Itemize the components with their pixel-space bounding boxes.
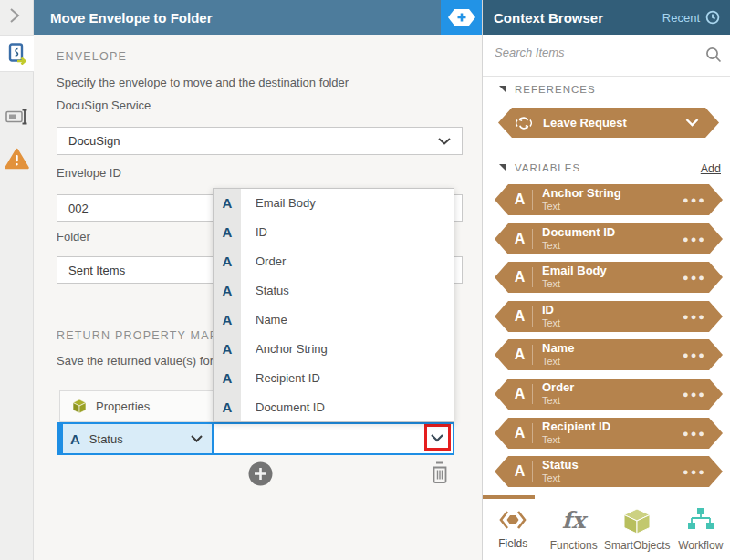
sidebar-item-textfield[interactable]	[0, 108, 34, 126]
text-type-icon: A	[214, 254, 241, 269]
variable-chip[interactable]: A StatusText ●●●	[495, 456, 723, 487]
tab-smartobjects[interactable]: SmartObjects	[604, 502, 671, 560]
fields-icon	[498, 507, 527, 533]
workflow-icon	[687, 507, 714, 534]
text-type-icon: A	[214, 312, 241, 327]
variable-chip[interactable]: A Recipient IDText ●●●	[495, 418, 723, 449]
dropdown-item[interactable]: AOrder	[214, 247, 454, 276]
recent-button[interactable]: Recent	[662, 10, 720, 25]
search-icon[interactable]	[705, 47, 722, 67]
dropdown-item[interactable]: AName	[214, 306, 454, 335]
dropdown-item[interactable]: AStatus	[214, 276, 454, 306]
envelope-section-description: Specify the envelope to move and the des…	[57, 76, 349, 89]
text-type-icon: A	[507, 269, 532, 285]
context-browser-header: Context Browser Recent	[483, 0, 730, 35]
delete-mapping-row-icon[interactable]	[431, 461, 449, 484]
chevron-down-icon	[191, 435, 203, 442]
smartobjects-icon	[622, 507, 652, 534]
reference-item-label: Leave Request	[543, 116, 627, 130]
mapping-table-header-label: Properties	[96, 399, 150, 413]
add-variable-link[interactable]: Add	[701, 162, 721, 175]
text-type-icon: A	[214, 399, 241, 415]
properties-cube-icon	[72, 399, 87, 414]
clock-icon	[705, 10, 720, 25]
chevron-down-icon	[438, 138, 451, 145]
ellipsis-menu-icon[interactable]: ●●●	[683, 428, 706, 439]
mapping-value-combo-input[interactable]	[212, 424, 453, 453]
mapping-row-status: A Status	[57, 422, 454, 455]
folder-label: Folder	[57, 230, 90, 244]
dropdown-item[interactable]: ARecipient ID	[214, 363, 454, 392]
docusign-service-value: DocuSign	[68, 134, 120, 148]
variable-picker-dropdown: AEmail Body AID AOrder AStatus AName AAn…	[213, 188, 454, 422]
dropdown-item[interactable]: AEmail Body	[214, 189, 454, 218]
context-tab-bar: Fields fx Functions SmartObjects	[483, 502, 730, 560]
envelope-section-heading: ENVELOPE	[57, 50, 127, 63]
dropdown-item[interactable]: AAnchor String	[214, 334, 454, 363]
variables-heading: VARIABLES	[515, 162, 580, 173]
chevron-down-icon	[685, 119, 699, 127]
variables-section-toggle[interactable]: VARIABLES	[499, 162, 580, 173]
ellipsis-menu-icon[interactable]: ●●●	[683, 311, 706, 322]
search-input[interactable]	[495, 46, 700, 59]
sidebar-item-wizard-active[interactable]	[0, 35, 34, 72]
mapping-property-value: Status	[89, 432, 123, 446]
text-type-icon: A	[507, 192, 532, 208]
add-mapping-row-button[interactable]	[248, 461, 273, 486]
references-heading: REFERENCES	[515, 84, 596, 95]
wizard-step-icon	[7, 43, 27, 65]
app-root: Move Envelope to Folder ENVELOPE Specify…	[0, 0, 730, 560]
text-type-icon: A	[507, 386, 532, 402]
ellipsis-menu-icon[interactable]: ●●●	[683, 194, 706, 205]
docusign-service-label: DocuSign Service	[57, 99, 151, 112]
search-bar	[483, 35, 730, 77]
ellipsis-menu-icon[interactable]: ●●●	[683, 389, 706, 399]
collapse-triangle-icon	[499, 164, 506, 171]
recent-label: Recent	[662, 11, 700, 25]
variable-chip[interactable]: A Email BodyText ●●●	[495, 262, 723, 293]
highlight-annotation-rectangle	[424, 424, 451, 451]
text-type-icon: A	[507, 231, 532, 247]
step-sidebar	[0, 0, 34, 560]
text-type-icon: A	[214, 195, 241, 211]
reference-item-leave-request[interactable]: Leave Request	[498, 108, 719, 138]
text-field-icon	[5, 108, 29, 126]
text-type-icon: A	[507, 425, 532, 441]
warning-icon	[5, 148, 29, 170]
ellipsis-menu-icon[interactable]: ●●●	[683, 349, 706, 360]
add-reference-button[interactable]	[441, 0, 482, 35]
variable-chip[interactable]: A Document IDText ●●●	[495, 223, 723, 254]
tab-workflow[interactable]: Workflow	[671, 502, 730, 560]
ellipsis-menu-icon[interactable]: ●●●	[683, 272, 706, 283]
reference-refresh-icon	[515, 114, 533, 132]
collapse-panel-chevron-icon[interactable]	[8, 7, 26, 26]
variable-chip[interactable]: A NameText ●●●	[495, 339, 723, 370]
dropdown-item[interactable]: AID	[214, 218, 454, 247]
text-type-icon: A	[507, 463, 532, 480]
tab-functions[interactable]: fx Functions	[543, 502, 603, 560]
variable-chip[interactable]: A IDText ●●●	[495, 301, 723, 332]
variable-chip[interactable]: A Anchor StringText ●●●	[495, 184, 723, 215]
text-type-icon: A	[507, 308, 532, 325]
wizard-header: Move Envelope to Folder	[34, 0, 441, 35]
page-title: Move Envelope to Folder	[50, 10, 213, 26]
sidebar-item-warning[interactable]	[0, 148, 34, 170]
tab-fields[interactable]: Fields	[483, 502, 543, 560]
text-type-icon: A	[214, 224, 241, 240]
docusign-service-select[interactable]: DocuSign	[57, 127, 463, 155]
text-type-icon: A	[214, 341, 241, 357]
context-browser-panel: Context Browser Recent REFERENCES	[482, 0, 730, 560]
text-type-icon: A	[214, 370, 241, 386]
hexagon-plus-icon	[448, 9, 475, 26]
variable-chip[interactable]: A OrderText ●●●	[495, 379, 723, 410]
text-type-icon: A	[70, 431, 80, 447]
context-browser-title: Context Browser	[494, 10, 603, 26]
envelope-id-label: Envelope ID	[57, 166, 121, 180]
dropdown-item[interactable]: ADocument ID	[214, 392, 454, 421]
ellipsis-menu-icon[interactable]: ●●●	[683, 466, 706, 477]
mapping-property-select[interactable]: A Status	[63, 424, 212, 453]
ellipsis-menu-icon[interactable]: ●●●	[683, 233, 706, 244]
text-type-icon: A	[214, 283, 241, 298]
references-section-toggle[interactable]: REFERENCES	[499, 84, 596, 95]
active-tab-indicator	[483, 495, 535, 499]
